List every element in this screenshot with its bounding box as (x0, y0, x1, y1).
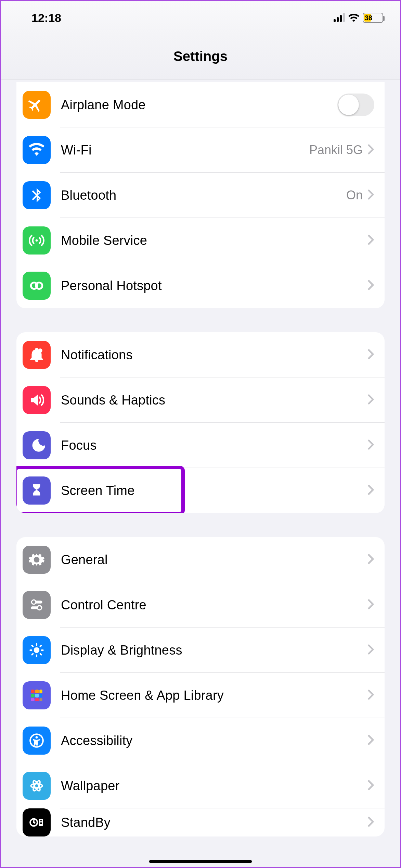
chevron-right-icon (367, 689, 374, 702)
chevron-right-icon (367, 780, 374, 792)
row-accessibility[interactable]: Accessibility (16, 718, 385, 763)
wallpaper-icon (23, 772, 51, 800)
row-label: Wi-Fi (51, 143, 309, 158)
row-label: Wallpaper (51, 779, 367, 793)
hotspot-icon (23, 272, 51, 300)
row-label: Home Screen & App Library (51, 688, 367, 703)
chevron-right-icon (367, 280, 374, 292)
standby-icon (23, 808, 51, 836)
row-personal-hotspot[interactable]: Personal Hotspot (16, 263, 385, 308)
svg-rect-16 (35, 698, 39, 701)
row-general[interactable]: General (16, 537, 385, 582)
row-label: Personal Hotspot (51, 278, 367, 293)
row-airplane-mode[interactable]: Airplane Mode (16, 82, 385, 127)
chevron-right-icon (367, 349, 374, 361)
battery-icon: 38 (363, 13, 383, 23)
row-sounds-haptics[interactable]: Sounds & Haptics (16, 377, 385, 423)
row-label: StandBy (51, 815, 367, 830)
row-label: Accessibility (51, 733, 367, 748)
row-label: General (51, 553, 367, 567)
svg-rect-26 (40, 820, 42, 821)
svg-rect-9 (31, 690, 34, 693)
page-title: Settings (1, 35, 400, 79)
brightness-icon (23, 636, 51, 664)
svg-point-8 (34, 647, 40, 653)
row-focus[interactable]: Focus (16, 423, 385, 468)
row-mobile-service[interactable]: Mobile Service (16, 218, 385, 263)
chevron-right-icon (367, 599, 374, 611)
accessibility-icon (23, 727, 51, 755)
row-label: Screen Time (51, 483, 367, 498)
settings-scroll[interactable]: Airplane Mode Wi-Fi Pankil 5G Bluetooth … (1, 79, 400, 867)
row-value: Pankil 5G (309, 143, 367, 157)
settings-group-connectivity: Airplane Mode Wi-Fi Pankil 5G Bluetooth … (16, 82, 385, 308)
svg-rect-15 (31, 698, 34, 701)
chevron-right-icon (367, 484, 374, 497)
control-centre-icon (23, 591, 51, 619)
home-indicator[interactable] (149, 860, 252, 863)
wifi-settings-icon (23, 136, 51, 164)
row-display-brightness[interactable]: Display & Brightness (16, 628, 385, 673)
svg-point-3 (38, 348, 42, 353)
home-screen-icon (23, 681, 51, 709)
row-notifications[interactable]: Notifications (16, 332, 385, 377)
svg-rect-27 (40, 822, 42, 823)
chevron-right-icon (367, 734, 374, 747)
screentime-icon (23, 476, 51, 505)
status-time: 12:18 (31, 11, 61, 25)
svg-rect-13 (35, 694, 39, 697)
row-label: Bluetooth (51, 188, 346, 203)
row-bluetooth[interactable]: Bluetooth On (16, 173, 385, 218)
general-gear-icon (23, 546, 51, 574)
chevron-right-icon (367, 234, 374, 247)
chevron-right-icon (367, 816, 374, 829)
settings-screen: 12:18 38 Settings Airplane Mode (1, 1, 400, 867)
row-label: Sounds & Haptics (51, 393, 367, 408)
airplane-icon (23, 91, 51, 119)
chevron-right-icon (367, 394, 374, 406)
svg-rect-14 (39, 694, 42, 697)
cellular-signal-icon (334, 14, 345, 22)
bluetooth-icon (23, 181, 51, 209)
svg-rect-17 (39, 698, 42, 701)
wifi-icon (348, 11, 359, 25)
chevron-right-icon (367, 189, 374, 201)
airplane-toggle[interactable] (337, 94, 374, 116)
svg-rect-28 (40, 823, 42, 824)
row-label: Mobile Service (51, 233, 367, 248)
row-value: On (346, 188, 367, 202)
svg-point-0 (36, 239, 38, 242)
svg-point-6 (31, 600, 36, 604)
status-right: 38 (334, 11, 383, 25)
row-standby[interactable]: StandBy (16, 808, 385, 836)
svg-point-19 (36, 736, 38, 739)
settings-group-attention: Notifications Sounds & Haptics Focus (16, 332, 385, 513)
sounds-icon (23, 386, 51, 414)
svg-point-21 (31, 784, 42, 788)
svg-point-7 (37, 606, 41, 610)
notifications-icon (23, 341, 51, 369)
row-label: Notifications (51, 348, 367, 362)
svg-rect-12 (31, 694, 34, 697)
row-label: Control Centre (51, 598, 367, 612)
chevron-right-icon (367, 644, 374, 656)
chevron-right-icon (367, 439, 374, 451)
row-label: Focus (51, 438, 367, 453)
focus-icon (23, 431, 51, 459)
row-label: Airplane Mode (51, 98, 337, 112)
svg-rect-10 (35, 690, 39, 693)
status-bar: 12:18 38 (1, 1, 400, 35)
row-home-screen-app-library[interactable]: Home Screen & App Library (16, 673, 385, 718)
row-control-centre[interactable]: Control Centre (16, 582, 385, 628)
battery-percent: 38 (363, 14, 383, 22)
svg-rect-11 (39, 690, 42, 693)
chevron-right-icon (367, 554, 374, 566)
row-wallpaper[interactable]: Wallpaper (16, 763, 385, 808)
settings-group-system: General Control Centre Display & Brightn… (16, 537, 385, 836)
row-screen-time[interactable]: Screen Time (16, 468, 385, 513)
row-label: Display & Brightness (51, 643, 367, 658)
chevron-right-icon (367, 144, 374, 156)
cellular-icon (23, 226, 51, 255)
row-wifi[interactable]: Wi-Fi Pankil 5G (16, 127, 385, 173)
